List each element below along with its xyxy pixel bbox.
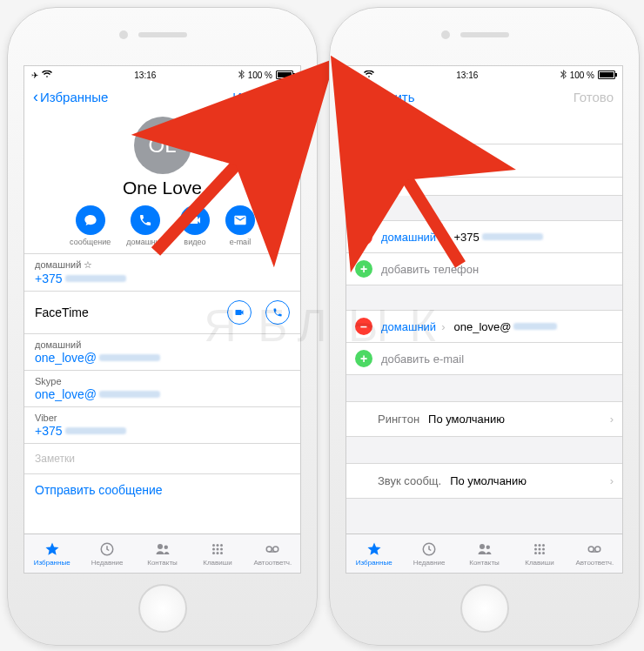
text-tone-row[interactable]: Звук сообщ. По умолчанию › (346, 463, 622, 499)
chevron-right-icon: › (441, 320, 445, 333)
tab-bar: Избранные Недавние Контакты Клавиши Авто… (24, 534, 300, 573)
svg-point-8 (220, 547, 223, 550)
tab-contacts[interactable]: Контакты (135, 534, 190, 573)
phone-edit-row[interactable]: – домашний › +375 (346, 220, 622, 253)
phone-icon (131, 205, 160, 235)
remove-icon[interactable]: – (355, 318, 372, 335)
tab-contacts[interactable]: Контакты (457, 534, 512, 573)
svg-point-7 (216, 547, 218, 550)
add-email-row[interactable]: + добавить e-mail (346, 343, 622, 375)
battery-percent: 100 % (570, 70, 594, 80)
battery-percent: 100 % (248, 70, 272, 80)
home-button[interactable] (138, 584, 187, 633)
screen-right: ✈ 13:16 100 % Отменить Готово фото One L… (345, 65, 623, 574)
svg-point-18 (534, 544, 537, 547)
facetime-row: FaceTime (24, 291, 300, 333)
field-value: one_love@ (35, 351, 97, 365)
tab-favorites[interactable]: Избранные (24, 534, 79, 573)
phone-mockup-right: ✈ 13:16 100 % Отменить Готово фото One L… (329, 7, 640, 646)
facetime-video-button[interactable] (227, 300, 252, 325)
cancel-button[interactable]: Отменить (355, 90, 415, 104)
phone-row[interactable]: домашний ☆ +375 (24, 253, 300, 291)
tab-voicemail[interactable]: Автоответч. (567, 534, 622, 573)
field-label: Skype (35, 376, 290, 386)
add-photo-button[interactable]: фото (355, 120, 404, 169)
camera-dot (441, 30, 450, 39)
svg-point-10 (216, 552, 218, 554)
skype-row[interactable]: Skype one_love@ (24, 370, 300, 406)
action-label: домашний (126, 238, 164, 246)
name-photo-block: фото One Love (346, 111, 622, 196)
tab-recents[interactable]: Недавние (401, 534, 456, 573)
svg-point-11 (220, 552, 223, 554)
done-button[interactable]: Готово (574, 90, 614, 104)
field-value: one_love@ (35, 387, 97, 401)
status-time: 13:16 (134, 70, 156, 80)
back-button[interactable]: ‹ Избранные (33, 90, 108, 104)
action-label: сообщение (70, 238, 111, 246)
edit-button[interactable]: Изменить (232, 90, 292, 104)
svg-point-2 (164, 545, 168, 549)
add-icon: + (355, 350, 372, 367)
contact-name: One Love (24, 178, 300, 198)
tab-keypad[interactable]: Клавиши (190, 534, 245, 573)
facetime-label: FaceTime (35, 305, 89, 319)
action-label: e-mail (230, 238, 252, 246)
tab-bar: Избранные Недавние Контакты Клавиши Авто… (346, 534, 622, 573)
company-field[interactable] (413, 178, 622, 196)
envelope-icon (225, 205, 255, 235)
email-action[interactable]: e-mail (225, 205, 255, 246)
status-bar: ✈ 13:16 100 % (24, 66, 300, 82)
call-action[interactable]: домашний (126, 205, 164, 246)
email-value[interactable]: one_love@ (453, 320, 511, 333)
facetime-audio-button[interactable] (265, 300, 290, 325)
bluetooth-icon (238, 70, 245, 81)
text-tone-value: По умолчанию (450, 474, 610, 487)
back-label: Избранные (40, 90, 108, 104)
contact-edit-view: фото One Love – домашний › +375 + добави… (346, 111, 622, 534)
ringtone-row[interactable]: Рингтон По умолчанию › (346, 401, 622, 437)
chevron-right-icon: › (610, 413, 614, 426)
svg-point-4 (216, 544, 218, 547)
airplane-icon: ✈ (353, 70, 360, 80)
tab-favorites[interactable]: Избранные (346, 534, 401, 573)
svg-point-23 (542, 547, 545, 550)
tab-voicemail[interactable]: Автоответч. (245, 534, 300, 573)
email-edit-row[interactable]: – домашний › one_love@ (346, 310, 622, 343)
contact-view: OL One Love сообщение домашний видео (24, 111, 300, 534)
field-label: домашний (35, 339, 290, 350)
email-tag[interactable]: домашний (381, 320, 436, 333)
svg-point-1 (158, 544, 163, 549)
last-name-field[interactable]: Love (413, 144, 622, 178)
svg-point-27 (589, 547, 594, 552)
email-row[interactable]: домашний one_love@ (24, 333, 300, 370)
svg-point-25 (538, 552, 540, 554)
video-icon (180, 205, 210, 235)
remove-icon[interactable]: – (355, 228, 372, 245)
ringtone-label: Рингтон (378, 413, 419, 426)
svg-point-21 (534, 547, 537, 550)
svg-point-13 (273, 547, 278, 552)
add-email-label: добавить e-mail (381, 352, 464, 366)
message-action[interactable]: сообщение (70, 205, 111, 246)
tab-recents[interactable]: Недавние (79, 534, 134, 573)
phone-value[interactable]: +375 (453, 231, 479, 244)
svg-point-28 (595, 547, 600, 552)
tab-keypad[interactable]: Клавиши (512, 534, 567, 573)
battery-icon (598, 70, 615, 79)
video-action[interactable]: видео (180, 205, 210, 246)
action-label: видео (184, 238, 205, 246)
first-name-field[interactable]: One (413, 111, 622, 144)
phone-tag[interactable]: домашний (381, 231, 436, 244)
notes-row[interactable]: Заметки (24, 443, 300, 473)
add-phone-row[interactable]: + добавить телефон (346, 253, 622, 285)
redacted (482, 233, 543, 240)
svg-point-24 (534, 552, 537, 554)
status-time: 13:16 (456, 70, 478, 80)
battery-icon (276, 70, 293, 79)
send-message-row[interactable]: Отправить сообщение (24, 473, 300, 506)
phone-mockup-left: ✈ 13:16 100 % ‹ Избранные Изменить O (7, 7, 318, 646)
viber-row[interactable]: Viber +375 (24, 406, 300, 443)
home-button[interactable] (460, 584, 509, 633)
add-icon: + (355, 260, 372, 278)
